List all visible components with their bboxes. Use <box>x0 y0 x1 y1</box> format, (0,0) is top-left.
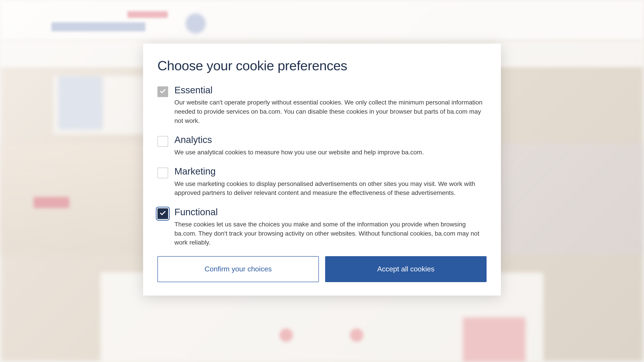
analytics-description: We use analytical cookies to measure how… <box>174 148 486 157</box>
marketing-description: We use marketing cookies to display pers… <box>174 179 486 198</box>
modal-button-row: Confirm your choices Accept all cookies <box>158 256 486 282</box>
functional-checkbox[interactable] <box>158 208 168 219</box>
cookie-category-functional: Functional These cookies let us save the… <box>158 206 486 247</box>
essential-description: Our website can't operate properly witho… <box>174 98 486 125</box>
modal-title: Choose your cookie preferences <box>158 58 486 73</box>
cookie-category-essential: Essential Our website can't operate prop… <box>158 85 486 125</box>
confirm-choices-button[interactable]: Confirm your choices <box>158 256 319 282</box>
check-icon <box>160 88 166 96</box>
analytics-title: Analytics <box>174 134 486 145</box>
accept-all-button[interactable]: Accept all cookies <box>325 256 486 282</box>
functional-title: Functional <box>174 206 486 218</box>
essential-checkbox <box>158 86 168 97</box>
marketing-checkbox[interactable] <box>158 168 168 178</box>
marketing-title: Marketing <box>174 166 486 177</box>
analytics-checkbox[interactable] <box>158 136 168 147</box>
cookie-category-marketing: Marketing We use marketing cookies to di… <box>158 166 486 198</box>
essential-title: Essential <box>174 85 486 96</box>
functional-description: These cookies let us save the choices yo… <box>174 220 486 247</box>
cookie-preferences-modal: Choose your cookie preferences Essential… <box>143 44 501 295</box>
cookie-category-analytics: Analytics We use analytical cookies to m… <box>158 134 486 157</box>
check-icon <box>160 210 166 217</box>
